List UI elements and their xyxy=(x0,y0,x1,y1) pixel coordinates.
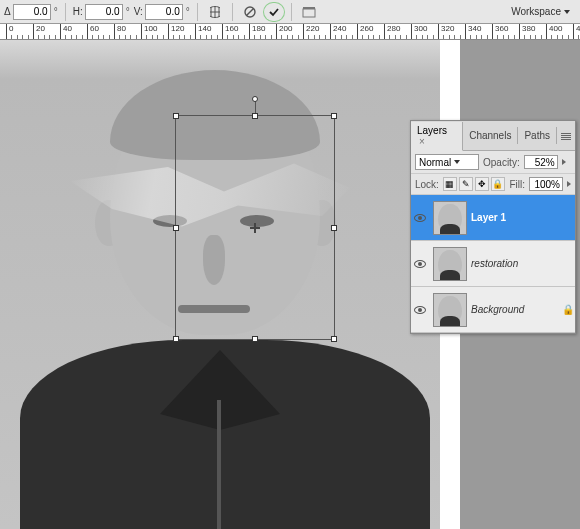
layer-name[interactable]: Layer 1 xyxy=(471,212,561,223)
workspace-menu[interactable]: Workspace xyxy=(505,4,576,19)
fill-input[interactable]: 100% xyxy=(529,177,563,191)
ruler-minor-tick xyxy=(460,35,461,39)
lock-all-button[interactable]: 🔒 xyxy=(491,177,505,191)
ruler-minor-tick xyxy=(49,35,50,39)
resize-handle-br[interactable] xyxy=(331,336,337,342)
v-label: V: xyxy=(134,6,143,17)
rotation-input[interactable]: 0.0 xyxy=(13,4,51,20)
ruler-minor-tick xyxy=(314,35,315,39)
canvas-area: Layers × Channels Paths Normal Opacity: … xyxy=(0,40,580,529)
ruler-tick-label: 60 xyxy=(90,24,99,33)
ruler-tick-label: 220 xyxy=(306,24,319,33)
ruler-tick: 320 xyxy=(438,24,439,40)
ruler-minor-tick xyxy=(389,35,390,39)
resize-handle-tc[interactable] xyxy=(252,113,258,119)
layer-thumbnail[interactable] xyxy=(433,201,467,235)
ruler-tick-label: 240 xyxy=(333,24,346,33)
visibility-toggle[interactable] xyxy=(411,260,429,268)
ruler-minor-tick xyxy=(406,35,407,39)
arrow-icon[interactable] xyxy=(562,159,566,165)
resize-handle-tl[interactable] xyxy=(173,113,179,119)
image-canvas[interactable] xyxy=(0,40,440,529)
ruler-tick-label: 200 xyxy=(279,24,292,33)
ruler-minor-tick xyxy=(514,35,515,39)
visibility-toggle[interactable] xyxy=(411,214,429,222)
delta-label: Δ xyxy=(4,6,11,17)
tab-channels[interactable]: Channels xyxy=(463,127,518,144)
blend-mode-value: Normal xyxy=(419,157,451,168)
ruler-tick: 180 xyxy=(249,24,250,40)
layer-row[interactable]: Background🔒 xyxy=(411,287,575,333)
resize-handle-bc[interactable] xyxy=(252,336,258,342)
eye-icon xyxy=(414,260,426,268)
ruler-tick: 220 xyxy=(303,24,304,40)
lock-pixels-button[interactable]: ✎ xyxy=(459,177,473,191)
ruler-minor-tick xyxy=(454,35,455,39)
ruler-tick-label: 120 xyxy=(171,24,184,33)
opacity-input[interactable]: 52% xyxy=(524,155,558,169)
free-transform-box[interactable] xyxy=(175,115,335,340)
ruler-tick: 280 xyxy=(384,24,385,40)
workspace-label: Workspace xyxy=(511,6,561,17)
ruler-tick-label: 320 xyxy=(441,24,454,33)
tab-label: Layers xyxy=(417,125,447,136)
ruler-minor-tick xyxy=(200,35,201,39)
skew-v-input[interactable]: 0.0 xyxy=(145,4,183,20)
blend-mode-select[interactable]: Normal xyxy=(415,154,479,170)
ruler-minor-tick xyxy=(287,35,288,39)
close-icon[interactable]: × xyxy=(419,136,425,147)
warp-mode-button[interactable] xyxy=(205,3,225,21)
ruler-minor-tick xyxy=(400,35,401,39)
ruler-tick: 40 xyxy=(60,24,61,40)
ruler-minor-tick xyxy=(71,35,72,39)
lock-transparency-button[interactable]: ▦ xyxy=(443,177,457,191)
degree-symbol: ° xyxy=(186,6,190,17)
ruler-minor-tick xyxy=(163,35,164,39)
skew-h-input[interactable]: 0.0 xyxy=(85,4,123,20)
ruler-minor-tick xyxy=(136,35,137,39)
layer-row[interactable]: restoration xyxy=(411,241,575,287)
layer-name[interactable]: Background xyxy=(471,304,561,315)
ruler-minor-tick xyxy=(173,35,174,39)
visibility-toggle[interactable] xyxy=(411,306,429,314)
lock-position-button[interactable]: ✥ xyxy=(475,177,489,191)
eye-icon xyxy=(414,214,426,222)
ruler-minor-tick xyxy=(433,35,434,39)
svg-rect-2 xyxy=(303,9,315,17)
thumbnail-content xyxy=(438,250,462,278)
separator xyxy=(232,3,233,21)
thumbnail-content xyxy=(438,296,462,324)
ruler-tick-label: 80 xyxy=(117,24,126,33)
go-to-bridge-button[interactable] xyxy=(299,3,319,21)
tab-layers[interactable]: Layers × xyxy=(411,122,463,151)
rotation-field: Δ 0.0 ° xyxy=(4,4,58,20)
layer-row[interactable]: Layer 1 xyxy=(411,195,575,241)
ruler-tick-label: 360 xyxy=(495,24,508,33)
commit-transform-button[interactable] xyxy=(264,3,284,21)
ruler-tick: 360 xyxy=(492,24,493,40)
layer-thumbnail[interactable] xyxy=(433,293,467,327)
ruler-minor-tick xyxy=(319,35,320,39)
layer-thumbnail[interactable] xyxy=(433,247,467,281)
rotation-handle[interactable] xyxy=(252,96,258,102)
resize-handle-mr[interactable] xyxy=(331,225,337,231)
panel-menu-button[interactable] xyxy=(557,130,575,142)
ruler-tick: 160 xyxy=(222,24,223,40)
ruler-minor-tick xyxy=(17,35,18,39)
skew-v-field: V: 0.0 ° xyxy=(134,4,190,20)
ruler-tick-label: 0 xyxy=(9,24,13,33)
horizontal-ruler[interactable]: 0204060801001201401601802002202402602803… xyxy=(0,24,580,40)
cancel-transform-button[interactable] xyxy=(240,3,260,21)
ruler-minor-tick xyxy=(325,35,326,39)
ruler-minor-tick xyxy=(28,35,29,39)
tab-paths[interactable]: Paths xyxy=(518,127,557,144)
ruler-minor-tick xyxy=(109,35,110,39)
document-window[interactable] xyxy=(0,40,460,529)
resize-handle-bl[interactable] xyxy=(173,336,179,342)
transform-center-point[interactable] xyxy=(250,223,260,233)
resize-handle-tr[interactable] xyxy=(331,113,337,119)
arrow-icon[interactable] xyxy=(567,181,571,187)
layer-name[interactable]: restoration xyxy=(471,258,561,269)
lock-label: Lock: xyxy=(415,179,439,190)
resize-handle-ml[interactable] xyxy=(173,225,179,231)
